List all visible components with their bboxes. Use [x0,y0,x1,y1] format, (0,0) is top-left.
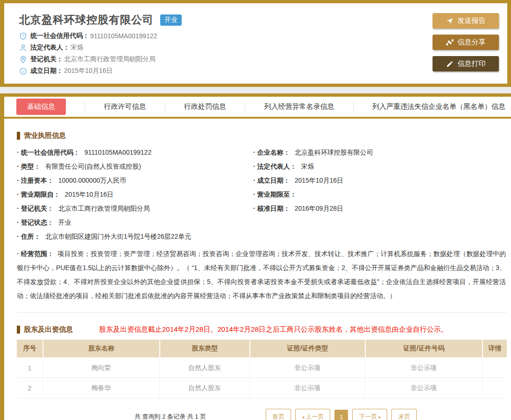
tab-separator [165,102,165,111]
table-header-row: 序号 股东名称 股东类型 证照/证件类型 证照/证件号码 详情 [17,340,507,357]
cell-shareholder-name: 梅春华 [43,378,159,399]
tab-basic-info[interactable]: 基础信息 [16,99,66,115]
col-header-index: 序号 [17,340,43,357]
location-icon [19,56,27,64]
cell-cert-type: 非公示项 [249,378,365,399]
print-info-label: 信息打印 [458,59,486,68]
shareholders-notice: 股东及出资信息截止2014年2月28日。2014年2月28日之后工商只公示股东姓… [99,325,448,334]
share-info-label: 信息分享 [458,38,486,47]
col-header-shareholder-type: 股东类型 [159,340,249,357]
col-header-shareholder-name: 股东名称 [43,340,159,357]
section-bar-icon [17,326,20,334]
send-report-label: 发送报告 [458,16,486,25]
person-icon [19,44,27,52]
field-reg-capital: ·注册资本：10000.000000万人民币 [17,176,249,185]
cell-index: 2 [17,378,43,399]
action-buttons: 发送报告 信息分享 信息打印 [433,13,503,78]
credit-code-value: 91110105MA00199122 [90,32,157,40]
table-row: 2 梅春华 自然人股东 非公示项 非公示项 [17,378,507,399]
tab-abnormal-list[interactable]: 列入经营异常名录信息 [264,102,334,111]
current-page-button[interactable]: 1 [334,410,348,420]
paper-plane-icon [446,17,454,25]
cell-detail [482,378,507,399]
license-section-header: 营业执照信息 [17,131,507,140]
cell-shareholder-name: 梅向荣 [43,357,159,378]
field-business-scope: ·经营范围：项目投资；投资管理；资产管理；经济贸易咨询；投资咨询；企业管理咨询；… [17,247,507,303]
registry-label: 登记机关： [30,55,63,64]
company-name: 北京盈科环球控股有限公司 [19,13,154,27]
next-arrow-icon: ▸ [378,414,381,420]
license-fields: ·统一社会信用代码：91110105MA00199122 ·企业名称：北京盈科环… [17,148,507,303]
tab-separator [245,102,245,111]
cell-shareholder-type: 自然人股东 [159,357,249,378]
first-page-button[interactable]: 首页 [266,409,291,420]
cell-cert-type: 非公示项 [249,357,365,378]
field-type: ·类型：有限责任公司(自然人投资或控股) [17,162,249,171]
legal-rep-value: 宋烁 [71,43,84,52]
field-registry: ·登记机关：北京市工商行政管理局朝阳分局 [17,204,249,214]
field-reg-status: ·登记状态：开业 [17,218,249,228]
tab-admin-license[interactable]: 行政许可信息 [104,102,146,111]
pagination: 首页 ◂上一页 1 下一页▸ 末页 [266,409,417,420]
field-legal-rep: ·法定代表人：宋烁 [253,162,507,171]
cell-detail [482,357,507,378]
field-credit-code: ·统一社会信用代码：91110105MA00199122 [17,148,249,157]
table-footer: 共 查询到 2 条记录 共 1 页 首页 ◂上一页 1 下一页▸ 末页 [17,409,507,420]
cell-cert-number: 非公示项 [365,357,482,378]
field-empty [253,218,507,228]
field-established: ·成立日期：2015年10月16日 [253,176,507,185]
shareholders-section-title: 股东及出资信息 [24,325,73,334]
license-section-title: 营业执照信息 [24,131,66,140]
prev-page-button[interactable]: ◂上一页 [295,409,330,420]
prev-arrow-icon: ◂ [302,414,304,420]
section-bar-icon [17,132,20,140]
record-summary: 共 查询到 2 条记录 共 1 页 [135,413,206,420]
col-header-cert-number: 证照/证件号码 [365,340,482,357]
share-info-button[interactable]: 信息分享 [433,35,499,50]
send-report-button[interactable]: 发送报告 [433,13,499,28]
tab-separator [85,102,85,111]
field-term-to: ·营业期限至： [253,190,507,199]
tab-blacklist[interactable]: 列入严重违法失信企业名单（黑名单）信息 [372,102,505,111]
field-term-from: ·营业期限自：2015年10月16日 [17,190,249,199]
section-divider [17,312,507,313]
registry-value: 北京市工商行政管理局朝阳分局 [64,55,156,64]
info-icon [19,67,27,75]
shareholders-section-header: 股东及出资信息 股东及出资信息截止2014年2月28日。2014年2月28日之后… [17,325,507,334]
main-card: 基础信息 行政许可信息 行政处罚信息 列入经营异常名录信息 列入严重违法失信企业… [0,93,511,420]
shareholders-table: 序号 股东名称 股东类型 证照/证件类型 证照/证件号码 详情 1 梅向荣 自然… [17,340,507,399]
cell-cert-number: 非公示项 [365,378,482,399]
last-page-button[interactable]: 末页 [391,409,417,420]
established-label: 成立日期： [30,67,63,75]
credit-code-label: 统一社会信用代码： [30,32,89,40]
tab-separator [353,102,354,111]
established-value: 2015年10月16日 [64,67,113,75]
field-company-name: ·企业名称：北京盈科环球控股有限公司 [253,148,507,157]
field-address: ·住所：北京市朝阳区建国门外大街1号院1号楼26层22单元 [17,232,507,242]
tab-admin-penalty[interactable]: 行政处罚信息 [184,102,226,111]
pencil-icon [446,60,454,68]
next-page-button[interactable]: 下一页▸ [352,409,387,420]
cell-index: 1 [17,357,43,378]
legal-rep-label: 法定代表人： [30,43,70,52]
tab-bar: 基础信息 行政许可信息 行政处罚信息 列入经营异常名录信息 列入严重违法失信企业… [4,97,511,119]
company-header-card: 北京盈科环球控股有限公司 开业 统一社会信用代码： 91110105MA0019… [0,0,511,87]
col-header-cert-type: 证照/证件类型 [249,340,365,357]
field-approval-date: ·核准日期：2016年09月28日 [253,204,507,214]
status-badge: 开业 [160,14,182,26]
credit-code-icon [19,32,27,40]
col-header-detail: 详情 [482,340,507,357]
table-row: 1 梅向荣 自然人股东 非公示项 非公示项 [17,357,507,378]
print-info-button[interactable]: 信息打印 [433,56,499,71]
cell-shareholder-type: 自然人股东 [159,378,249,399]
share-nodes-icon [446,39,454,46]
